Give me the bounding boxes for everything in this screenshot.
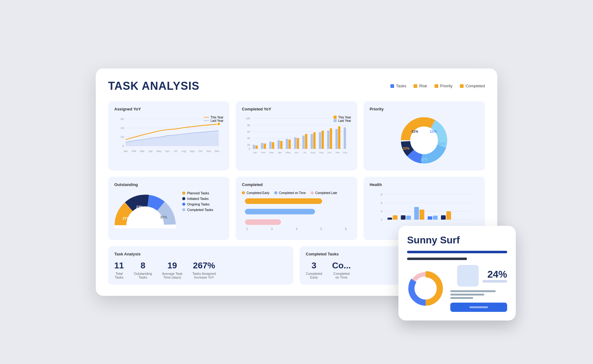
svg-text:6: 6 (381, 201, 382, 205)
page-title: TASK ANALYSIS (108, 80, 200, 93)
completed-title: Completed (242, 182, 351, 187)
svg-text:Jan: Jan (253, 151, 257, 154)
outstanding-panel: Outstanding (108, 177, 229, 240)
svg-rect-98 (393, 215, 397, 220)
header-legend: Tasks Risk Priority Completed (390, 84, 485, 88)
sunny-right-content: 24% (450, 265, 507, 312)
svg-text:11%: 11% (411, 130, 418, 133)
svg-text:4: 4 (381, 209, 382, 213)
svg-text:11%: 11% (430, 130, 437, 133)
completed-yoy-title: Completed YoY (242, 107, 351, 111)
task-analysis-panel: Task Analysis 11 TotalTasks 8 Outstandin… (108, 246, 293, 285)
completed-last-year: Last Year (334, 119, 351, 122)
svg-text:Jul: Jul (303, 151, 306, 154)
svg-rect-34 (255, 145, 258, 149)
priority-donut: 11% 11% 22% 22% 33% (370, 116, 479, 165)
sunny-surf-card: Sunny Surf 24% (398, 226, 516, 321)
health-title: Health (370, 182, 479, 187)
completed-this-year: This Year (334, 116, 351, 119)
svg-rect-102 (419, 209, 424, 220)
outstanding-completed: Completed Tasks (182, 208, 213, 212)
svg-text:27%: 27% (136, 205, 143, 209)
sunny-mini-bar (407, 258, 467, 260)
svg-rect-36 (264, 143, 266, 149)
svg-rect-39 (278, 140, 280, 149)
risk-dot (414, 84, 417, 88)
stat-increase-yoy: 267% Tasks AssignedIncrease YoY (192, 261, 216, 279)
svg-rect-41 (286, 139, 288, 149)
tasks-dot (390, 84, 394, 88)
svg-text:May: May (156, 150, 162, 153)
svg-text:Jun: Jun (165, 150, 169, 153)
svg-text:Oct: Oct (198, 150, 203, 153)
svg-text:80: 80 (247, 123, 250, 126)
assigned-last-year: Last Year (204, 119, 224, 122)
task-analysis-title: Task Analysis (114, 252, 287, 256)
svg-text:Mar: Mar (270, 151, 274, 154)
svg-text:0: 0 (122, 144, 124, 147)
priority-donut-svg: 11% 11% 22% 22% 33% (396, 113, 452, 168)
svg-rect-48 (313, 132, 316, 149)
priority-title: Priority (370, 107, 479, 111)
svg-rect-52 (330, 128, 332, 149)
dashboard-wrapper: TASK ANALYSIS Tasks Risk Priority Comple… (96, 68, 497, 296)
sunny-placeholder-box (457, 265, 479, 287)
sunny-button[interactable] (450, 303, 507, 312)
svg-rect-35 (261, 143, 263, 149)
svg-rect-49 (319, 132, 321, 149)
svg-rect-54 (338, 126, 340, 149)
stat-total-tasks: 11 TotalTasks (114, 261, 124, 279)
hbar-rows: 23456 (242, 198, 351, 231)
completed-yoy-chart: 100 80 60 40 20 0 (242, 116, 351, 165)
priority-dot (435, 84, 438, 88)
svg-text:Nov: Nov (206, 150, 211, 153)
svg-text:Jan: Jan (124, 150, 128, 153)
hbar-late (245, 219, 348, 225)
svg-rect-43 (294, 137, 296, 149)
svg-text:27%: 27% (160, 215, 167, 219)
completed-legend: Completed Early Completed on Time Comple… (242, 191, 351, 195)
svg-rect-106 (446, 211, 451, 220)
svg-text:60: 60 (120, 117, 124, 121)
outstanding-legend: Planned Tasks Initiated Tasks Ongoing Ta… (182, 191, 213, 212)
svg-text:18%: 18% (148, 204, 155, 207)
assigned-this-year: This Year (204, 116, 224, 119)
svg-text:Sep: Sep (319, 151, 324, 154)
svg-text:Apr: Apr (149, 150, 153, 153)
stat-completed-early: 3 CompletedEarly (306, 261, 322, 279)
svg-text:Jul: Jul (174, 150, 177, 153)
svg-text:Dec: Dec (215, 150, 220, 153)
outstanding-initiated: Initiated Tasks (182, 197, 213, 201)
hbar-early (245, 198, 348, 204)
svg-text:Jun: Jun (295, 151, 299, 154)
sunny-content: 24% (407, 265, 507, 312)
outstanding-ongoing: Ongoing Tasks (182, 202, 213, 206)
svg-text:22%: 22% (421, 157, 427, 161)
sunny-line-1 (450, 290, 496, 292)
svg-text:40: 40 (247, 137, 250, 140)
svg-point-8 (217, 122, 221, 126)
outstanding-planned: Planned Tasks (182, 191, 213, 195)
svg-rect-84 (114, 225, 176, 228)
outstanding-chart: 27% 27% 18% 27% Planned Tasks Initiated … (114, 191, 223, 228)
svg-text:0: 0 (249, 147, 250, 150)
completed-panel: Completed Completed Early Completed on T… (236, 177, 357, 240)
sunny-bar (407, 251, 507, 253)
svg-rect-47 (311, 134, 313, 149)
legend-late: Completed Late (311, 191, 337, 195)
legend-tasks: Tasks (390, 84, 406, 88)
svg-text:Oct: Oct (328, 151, 332, 154)
svg-text:Sep: Sep (190, 150, 195, 153)
svg-rect-46 (305, 134, 307, 149)
svg-text:Aug: Aug (181, 150, 186, 153)
svg-rect-51 (327, 130, 330, 149)
sunny-percent-block: 24% (482, 269, 507, 283)
sunny-button-label (469, 306, 488, 308)
outstanding-svg: 27% 27% 18% 27% (114, 191, 176, 228)
completed-yoy-panel: Completed YoY 100 80 60 40 20 (236, 101, 357, 171)
completed-yoy-legend: This Year Last Year (334, 116, 351, 122)
svg-text:May: May (286, 151, 291, 154)
svg-text:20: 20 (247, 143, 250, 146)
svg-text:Feb: Feb (132, 150, 136, 153)
svg-rect-53 (335, 129, 338, 149)
